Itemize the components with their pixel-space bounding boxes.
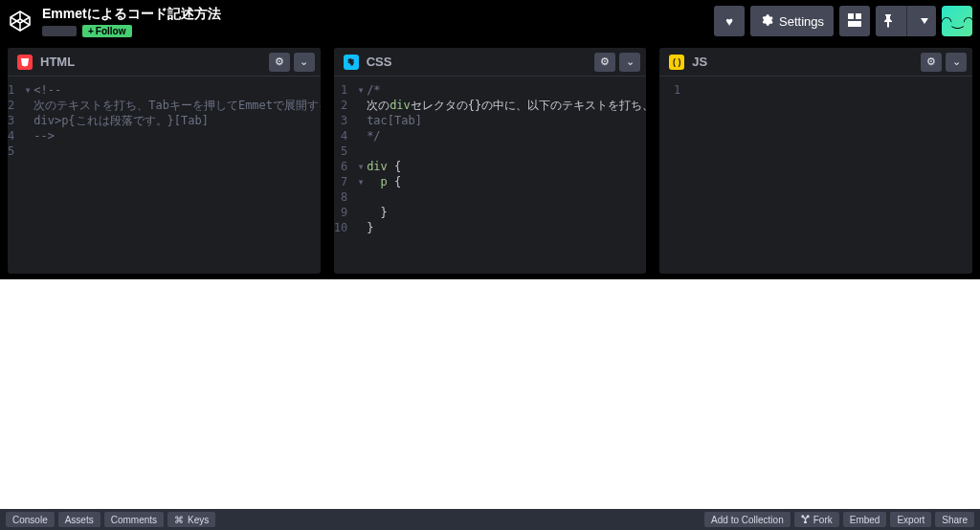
js-code[interactable] [686,77,707,274]
follow-label: Follow [96,26,126,36]
css-editor: ✱ CSS ⚙ ⌄ 12345678910 ▾/*次のdivセレクタの{}の中に… [334,48,647,274]
chevron-down-icon: ⌄ [952,55,961,68]
grid-icon [848,13,861,30]
css-label: CSS [367,55,392,69]
pen-title: Emmetによるコード記述方法 [42,6,221,23]
header: Emmetによるコード記述方法 + Follow ♥ Settings [0,0,980,42]
fork-label: Fork [813,515,833,525]
avatar-face-icon: ◠‿◠ [941,13,974,29]
svg-point-3 [802,515,804,517]
plus-icon: + [88,26,94,36]
settings-button[interactable]: Settings [750,6,834,36]
svg-rect-1 [856,13,861,19]
meta-row: + Follow [42,25,221,37]
svg-point-4 [807,515,809,517]
fork-button[interactable]: Fork [794,512,839,527]
preview-pane [0,279,980,509]
author-obscured [42,26,77,36]
gear-icon: ⚙ [275,55,284,68]
js-chevron-button[interactable]: ⌄ [946,53,967,72]
pin-button[interactable] [876,6,936,36]
html-badge-icon [17,55,33,70]
chevron-down-icon: ⌄ [626,55,635,68]
js-code-area[interactable]: 1 [659,77,972,274]
html-editor-header: HTML ⚙ ⌄ [8,48,321,77]
fork-icon [801,515,810,525]
editors-row: HTML ⚙ ⌄ 12345 ▾<!--次のテキストを打ち、Tabキーを押してE… [0,42,980,279]
js-badge-icon: ( ) [669,55,684,70]
footer: Console Assets Comments ⌘ Keys Add to Co… [0,509,980,530]
html-gutter: 12345 [8,77,20,274]
js-editor: ( ) JS ⚙ ⌄ 1 [659,48,972,274]
follow-button[interactable]: + Follow [82,25,132,37]
svg-point-5 [804,521,806,523]
embed-button[interactable]: Embed [843,512,887,527]
css-code-area[interactable]: 12345678910 ▾/*次のdivセレクタの{}の中に、以下のテキストを打… [334,77,647,274]
header-left: Emmetによるコード記述方法 + Follow [8,6,221,37]
svg-rect-0 [848,13,854,19]
keys-button[interactable]: ⌘ Keys [167,512,215,527]
command-icon: ⌘ [174,515,184,525]
share-button[interactable]: Share [935,512,974,527]
css-badge-icon: ✱ [344,55,359,70]
comments-button[interactable]: Comments [104,512,164,527]
header-right: ♥ Settings ◠‿◠ [714,6,972,36]
css-gear-button[interactable]: ⚙ [594,53,615,72]
js-label: JS [692,55,707,69]
js-gear-button[interactable]: ⚙ [921,53,942,72]
html-code[interactable]: ▾<!--次のテキストを打ち、Tabキーを押してEmmetで展開する。div>p… [20,77,320,274]
html-editor: HTML ⚙ ⌄ 12345 ▾<!--次のテキストを打ち、Tabキーを押してE… [8,48,321,274]
gear-icon [760,13,773,30]
codepen-logo-icon[interactable] [8,9,33,33]
assets-button[interactable]: Assets [58,512,100,527]
avatar[interactable]: ◠‿◠ [942,6,972,36]
gear-icon: ⚙ [600,55,610,68]
keys-label: Keys [188,515,209,525]
html-label: HTML [40,55,75,69]
console-button[interactable]: Console [6,512,55,527]
js-editor-header: ( ) JS ⚙ ⌄ [659,48,972,77]
html-chevron-button[interactable]: ⌄ [294,53,315,72]
html-code-area[interactable]: 12345 ▾<!--次のテキストを打ち、Tabキーを押してEmmetで展開する… [8,77,321,274]
chevron-down-icon: ⌄ [300,55,308,68]
svg-rect-2 [848,21,861,27]
chevron-down-icon [913,6,936,36]
css-gutter: 12345678910 [334,77,353,274]
js-gutter: 1 [659,77,686,274]
add-to-collection-button[interactable]: Add to Collection [704,512,791,527]
css-code[interactable]: ▾/*次のdivセレクタの{}の中に、以下のテキストを打ち、Tabキーを押してE… [353,77,646,274]
export-button[interactable]: Export [890,512,931,527]
gear-icon: ⚙ [926,55,936,68]
css-editor-header: ✱ CSS ⚙ ⌄ [334,48,647,77]
heart-icon: ♥ [725,14,733,29]
title-block: Emmetによるコード記述方法 + Follow [42,6,221,37]
css-chevron-button[interactable]: ⌄ [619,53,640,72]
pin-icon [876,6,901,36]
html-gear-button[interactable]: ⚙ [269,53,290,72]
settings-label: Settings [779,14,824,29]
love-button[interactable]: ♥ [714,6,745,36]
layout-button[interactable] [839,6,870,36]
